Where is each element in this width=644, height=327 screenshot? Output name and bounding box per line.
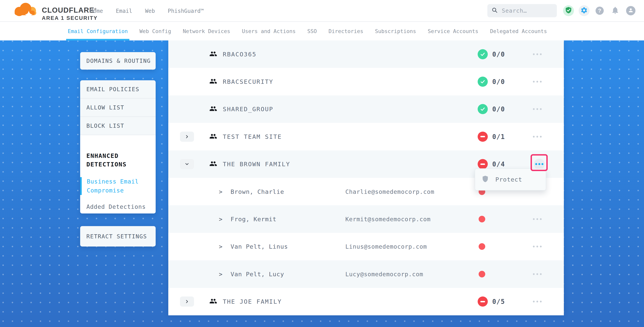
protection-count: 0/5 bbox=[492, 298, 505, 306]
group-row-rbaco365: RBACO365 0/0 bbox=[168, 40, 564, 68]
user-menu-button[interactable] bbox=[626, 6, 636, 15]
row-actions-menu-button[interactable] bbox=[531, 133, 543, 140]
sidebar-item-allow-list[interactable]: ALLOW LIST bbox=[80, 99, 156, 117]
status-ok-badge bbox=[478, 77, 488, 87]
tab-directories[interactable]: Directories bbox=[328, 22, 363, 40]
row-actions-menu-button[interactable] bbox=[531, 106, 543, 113]
row-actions-menu-button[interactable] bbox=[531, 50, 543, 58]
user-caret-icon: > bbox=[219, 188, 222, 195]
sidebar-item-domains-routing[interactable]: DOMAINS & ROUTING bbox=[80, 52, 156, 70]
expand-button[interactable] bbox=[180, 132, 194, 142]
search-icon bbox=[492, 7, 498, 14]
context-menu-item-protect[interactable]: Protect bbox=[475, 169, 546, 190]
sidebar-item-email-policies[interactable]: EMAIL POLICIES bbox=[80, 80, 156, 99]
group-people-icon bbox=[209, 160, 218, 168]
protection-count: 0/1 bbox=[492, 133, 505, 140]
user-name: Frog, Kermit bbox=[230, 216, 276, 223]
cloudflare-logo: CLOUDFLARE® AREA 1 SECURITY bbox=[11, 2, 98, 21]
status-ok-badge bbox=[478, 104, 488, 114]
search-input[interactable]: Search… bbox=[488, 4, 557, 17]
help-button[interactable]: ? bbox=[596, 6, 604, 15]
row-actions-menu-button[interactable] bbox=[534, 159, 545, 170]
tab-web-config[interactable]: Web Config bbox=[140, 22, 171, 40]
user-name: Van Pelt, Lucy bbox=[230, 271, 284, 278]
user-caret-icon: > bbox=[219, 243, 222, 250]
collapse-button[interactable] bbox=[180, 159, 194, 169]
shield-check-icon bbox=[565, 6, 572, 15]
page: CLOUDFLARE® AREA 1 SECURITY HomeEmailWeb… bbox=[0, 0, 644, 327]
group-people-icon bbox=[209, 132, 218, 141]
cloudflare-cloud-icon bbox=[11, 2, 40, 21]
brand-subtitle: AREA 1 SECURITY bbox=[42, 15, 98, 21]
user-email: Kermit@somedemocorp.com bbox=[345, 216, 430, 223]
user-email: Lucy@somedemocorp.com bbox=[345, 271, 423, 278]
top-nav: HomeEmailWebPhishGuard™ bbox=[90, 0, 204, 22]
group-row-shared-group: SHARED_GROUP 0/0 bbox=[168, 95, 564, 123]
context-menu-item-label: Protect bbox=[495, 176, 522, 183]
minus-icon bbox=[480, 163, 485, 165]
status-ok-badge bbox=[478, 49, 488, 59]
settings-button[interactable] bbox=[579, 5, 590, 16]
tab-email-configuration[interactable]: Email Configuration bbox=[68, 22, 128, 40]
shield-icon bbox=[482, 175, 488, 184]
group-row-test-team-site: TEST TEAM SITE 0/1 bbox=[168, 123, 564, 150]
tab-users-and-actions[interactable]: Users and Actions bbox=[242, 22, 296, 40]
sidebar-item-retract-settings[interactable]: RETRACT SETTINGS bbox=[80, 226, 156, 247]
user-email: Linus@somedemocorp.com bbox=[345, 243, 427, 250]
search-placeholder: Search… bbox=[502, 7, 527, 14]
user-row-frog-kermit: > Frog, Kermit Kermit@somedemocorp.com bbox=[168, 205, 564, 233]
status-dot bbox=[478, 216, 485, 222]
user-caret-icon: > bbox=[219, 216, 222, 223]
topnav-item-email[interactable]: Email bbox=[116, 8, 132, 14]
protection-count: 0/0 bbox=[492, 105, 505, 113]
topnav-item-web[interactable]: Web bbox=[145, 8, 155, 14]
user-caret-icon: > bbox=[219, 271, 222, 278]
row-actions-menu-button[interactable] bbox=[531, 216, 543, 223]
user-row-van-pelt-lucy: > Van Pelt, Lucy Lucy@somedemocorp.com bbox=[168, 260, 564, 288]
tab-network-devices[interactable]: Network Devices bbox=[183, 22, 230, 40]
topnav-item-phishguard[interactable]: PhishGuard™ bbox=[168, 8, 204, 14]
group-name: SHARED_GROUP bbox=[223, 106, 273, 113]
group-people-icon bbox=[209, 50, 218, 58]
bell-icon bbox=[611, 6, 620, 15]
tab-service-accounts[interactable]: Service Accounts bbox=[428, 22, 478, 40]
app-header: CLOUDFLARE® AREA 1 SECURITY HomeEmailWeb… bbox=[0, 0, 644, 22]
sidebar-subitem-added-detections[interactable]: Added Detections bbox=[80, 202, 150, 211]
group-people-icon bbox=[209, 297, 218, 306]
status-dot bbox=[478, 271, 485, 278]
row-actions-menu-button[interactable] bbox=[531, 298, 543, 305]
group-people-icon bbox=[209, 77, 218, 86]
group-name: THE BROWN FAMILY bbox=[223, 161, 290, 168]
security-status-button[interactable] bbox=[563, 5, 574, 16]
sidebar-card-3: RETRACT SETTINGS bbox=[80, 226, 156, 247]
row-actions-menu-button[interactable] bbox=[531, 243, 543, 250]
sidebar-card-2: EMAIL POLICIESALLOW LISTBLOCK LISTENHANC… bbox=[80, 80, 156, 214]
sidebar-subitem-business-email-compromise[interactable]: Business Email Compromise bbox=[80, 177, 144, 195]
group-name: THE JOE FAMILY bbox=[223, 298, 282, 305]
tab-subscriptions[interactable]: Subscriptions bbox=[375, 22, 416, 40]
group-row-the-joe-family: THE JOE FAMILY 0/5 bbox=[168, 288, 564, 315]
group-people-icon bbox=[209, 105, 218, 113]
group-row-rbacsecurity: RBACSECURITY 0/0 bbox=[168, 68, 564, 95]
minus-icon bbox=[480, 301, 485, 302]
section-tabs: Email ConfigurationWeb ConfigNetwork Dev… bbox=[0, 22, 644, 40]
notifications-button[interactable] bbox=[610, 6, 620, 15]
topnav-item-home[interactable]: Home bbox=[90, 8, 103, 14]
sidebar-item-block-list[interactable]: BLOCK LIST bbox=[80, 117, 156, 135]
expand-button[interactable] bbox=[180, 297, 194, 307]
status-blocked-badge bbox=[478, 297, 488, 307]
sidebar-section-enhanced-detections: ENHANCED DETECTIONSBusiness Email Compro… bbox=[80, 135, 156, 214]
protection-count: 0/0 bbox=[492, 78, 505, 85]
tab-sso[interactable]: SSO bbox=[308, 22, 317, 40]
user-name: Brown, Charlie bbox=[230, 188, 284, 195]
protection-count: 0/0 bbox=[492, 50, 505, 58]
brand-name: CLOUDFLARE® bbox=[42, 6, 98, 14]
sidebar-item-enhanced-detections[interactable]: ENHANCED DETECTIONS bbox=[80, 151, 144, 169]
tab-delegated-accounts[interactable]: Delegated Accounts bbox=[490, 22, 547, 40]
row-actions-menu-button[interactable] bbox=[531, 271, 543, 278]
user-row-van-pelt-linus: > Van Pelt, Linus Linus@somedemocorp.com bbox=[168, 233, 564, 260]
status-blocked-badge bbox=[478, 159, 488, 169]
group-name: TEST TEAM SITE bbox=[223, 133, 282, 140]
question-icon: ? bbox=[598, 8, 602, 14]
row-actions-menu-button[interactable] bbox=[531, 78, 543, 85]
